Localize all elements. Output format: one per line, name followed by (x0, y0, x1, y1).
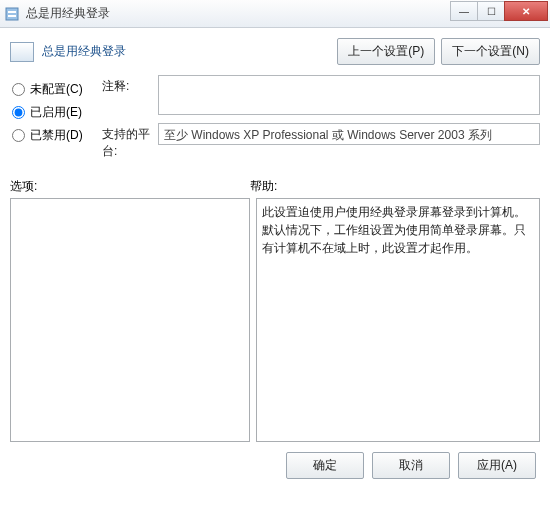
help-textbox[interactable]: 此设置迫使用户使用经典登录屏幕登录到计算机。默认情况下，工作组设置为使用简单登录… (256, 198, 540, 442)
dialog-content: 总是用经典登录 上一个设置(P) 下一个设置(N) 未配置(C) 已启用(E) … (0, 28, 550, 487)
radio-disabled-input[interactable] (12, 129, 25, 142)
close-button[interactable]: ✕ (504, 1, 548, 21)
next-setting-button[interactable]: 下一个设置(N) (441, 38, 540, 65)
lists-labels: 选项: 帮助: (10, 178, 540, 195)
svg-rect-0 (6, 8, 18, 20)
comment-row: 注释: (102, 75, 540, 115)
app-icon (4, 6, 20, 22)
radio-not-configured-label: 未配置(C) (30, 81, 83, 98)
comment-input[interactable] (158, 75, 540, 115)
radio-disabled[interactable]: 已禁用(D) (10, 127, 96, 144)
footer-buttons: 确定 取消 应用(A) (10, 452, 540, 479)
window-controls: — ☐ ✕ (451, 1, 548, 21)
options-label: 选项: (10, 178, 250, 195)
maximize-button[interactable]: ☐ (477, 1, 505, 21)
fields-column: 注释: 支持的平台: 至少 Windows XP Professional 或 … (102, 75, 540, 168)
ok-button[interactable]: 确定 (286, 452, 364, 479)
lists-row: 此设置迫使用户使用经典登录屏幕登录到计算机。默认情况下，工作组设置为使用简单登录… (10, 198, 540, 442)
main-layout: 未配置(C) 已启用(E) 已禁用(D) 注释: 支持的平台: 至少 Windo… (10, 75, 540, 168)
radio-enabled-input[interactable] (12, 106, 25, 119)
radio-enabled[interactable]: 已启用(E) (10, 104, 96, 121)
comment-label: 注释: (102, 75, 158, 95)
window-title: 总是用经典登录 (26, 5, 110, 22)
title-bar: 总是用经典登录 — ☐ ✕ (0, 0, 550, 28)
platform-value: 至少 Windows XP Professional 或 Windows Ser… (158, 123, 540, 145)
help-text: 此设置迫使用户使用经典登录屏幕登录到计算机。默认情况下，工作组设置为使用简单登录… (262, 205, 526, 255)
apply-button[interactable]: 应用(A) (458, 452, 536, 479)
radio-not-configured-input[interactable] (12, 83, 25, 96)
platform-label: 支持的平台: (102, 123, 158, 160)
radio-group: 未配置(C) 已启用(E) 已禁用(D) (10, 75, 96, 168)
header-row: 总是用经典登录 上一个设置(P) 下一个设置(N) (10, 38, 540, 65)
minimize-button[interactable]: — (450, 1, 478, 21)
platform-row: 支持的平台: 至少 Windows XP Professional 或 Wind… (102, 123, 540, 160)
policy-title: 总是用经典登录 (42, 43, 337, 60)
svg-rect-2 (8, 15, 16, 17)
svg-rect-1 (8, 11, 16, 13)
options-listbox[interactable] (10, 198, 250, 442)
policy-icon (10, 42, 34, 62)
radio-not-configured[interactable]: 未配置(C) (10, 81, 96, 98)
previous-setting-button[interactable]: 上一个设置(P) (337, 38, 435, 65)
nav-buttons: 上一个设置(P) 下一个设置(N) (337, 38, 540, 65)
cancel-button[interactable]: 取消 (372, 452, 450, 479)
help-label: 帮助: (250, 178, 540, 195)
radio-disabled-label: 已禁用(D) (30, 127, 83, 144)
radio-enabled-label: 已启用(E) (30, 104, 82, 121)
